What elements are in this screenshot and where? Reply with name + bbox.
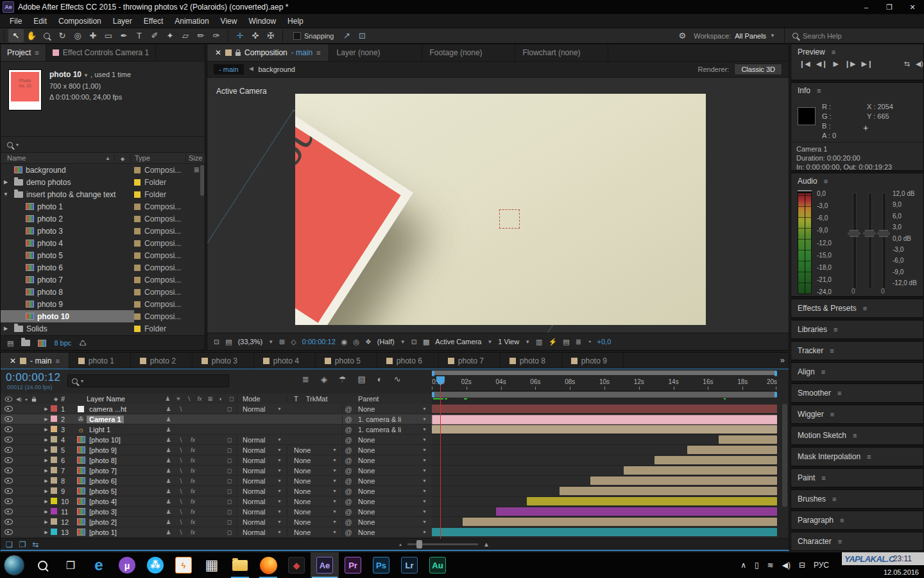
visibility-toggle[interactable]: [4, 457, 13, 463]
shy-toggle[interactable]: ♟: [162, 529, 175, 536]
layer-duration-bar[interactable]: [496, 507, 777, 516]
visibility-toggle[interactable]: [4, 437, 13, 442]
menu-animation[interactable]: Animation: [169, 17, 214, 26]
layer-bar-row-5[interactable]: [432, 445, 777, 455]
breadcrumb-parent[interactable]: background: [258, 66, 295, 73]
project-item-photo-10[interactable]: photo 10Composi...: [1, 310, 205, 322]
reset-exposure-icon[interactable]: ◔: [587, 338, 592, 346]
toggle-inout-pane-icon[interactable]: ⇆: [33, 540, 39, 549]
trkmat-dropdown[interactable]: None▼: [287, 508, 342, 516]
layer-bar-row-11[interactable]: [432, 507, 777, 517]
timeline-zoom-slider[interactable]: ▲ ▲: [398, 541, 490, 548]
parent-pickwhip-icon[interactable]: @: [342, 498, 354, 505]
parent-dropdown[interactable]: None▼: [354, 457, 432, 464]
trkmat-dropdown[interactable]: None▼: [287, 529, 342, 536]
visibility-toggle[interactable]: [4, 416, 13, 422]
panel-menu-icon[interactable]: ≡: [821, 368, 825, 376]
viewer-timecode[interactable]: 0:00:00:12: [302, 338, 336, 346]
visibility-toggle[interactable]: [4, 447, 13, 453]
layer-row-8[interactable]: ▶8[photo 6]♟∖fx◻Normal▼None▼@None▼: [1, 476, 432, 486]
notifications-icon[interactable]: ⊟: [799, 561, 805, 570]
fast-previews-icon[interactable]: ⚡: [549, 338, 558, 346]
fx-badge[interactable]: fx: [187, 509, 199, 515]
tab-effect-controls[interactable]: Effect Controls Camera 1: [46, 44, 157, 61]
visibility-toggle[interactable]: [4, 488, 13, 494]
quality-toggle[interactable]: ∖: [175, 457, 187, 464]
fx-badge[interactable]: fx: [187, 447, 199, 453]
mode-dropdown[interactable]: Normal▼: [237, 457, 287, 464]
project-item-demo-photos[interactable]: ▶demo photosFolder: [1, 176, 205, 188]
layer-row-1[interactable]: ▶1camera ...ht♟∖◻Normal▼@None▼: [1, 404, 432, 414]
panel-effects-presets[interactable]: Effects & Presets≡: [791, 299, 924, 318]
audition[interactable]: Au: [424, 552, 452, 578]
layer-bar-row-10[interactable]: [432, 496, 777, 507]
project-item-photo-2[interactable]: photo 2Composi...: [1, 213, 205, 225]
layer-duration-bar[interactable]: [560, 487, 777, 495]
panel-menu-icon[interactable]: ≡: [817, 87, 821, 94]
threed-toggle[interactable]: ◻: [223, 529, 235, 536]
mode-column[interactable]: Mode: [237, 395, 287, 403]
menu-view[interactable]: View: [215, 17, 243, 26]
mode-dropdown[interactable]: Normal▼: [237, 498, 287, 505]
expand-arrow-icon[interactable]: ▶: [42, 458, 51, 463]
shy-toggle[interactable]: ♟: [162, 478, 175, 484]
visibility-toggle[interactable]: [4, 426, 13, 432]
layer-label-swatch[interactable]: [51, 477, 61, 485]
menu-effect[interactable]: Effect: [138, 17, 169, 26]
parent-column[interactable]: Parent: [354, 395, 432, 403]
screen-mode-icon[interactable]: ▤: [225, 338, 232, 346]
zoom-tool-icon[interactable]: [39, 29, 55, 42]
layer-bar-row-2[interactable]: [432, 414, 777, 425]
layer-row-9[interactable]: ▶9[photo 5]♟∖fx◻Normal▼None▼@None▼: [1, 486, 432, 496]
clone-stamp-tool-icon[interactable]: ✦: [162, 29, 178, 42]
start-button[interactable]: [0, 552, 28, 578]
label-swatch[interactable]: [134, 191, 141, 198]
panel-menu-icon[interactable]: ≡: [830, 410, 834, 418]
layer-bar-row-7[interactable]: [432, 466, 777, 476]
project-bit-depth[interactable]: 8 bpc: [54, 339, 71, 347]
time-ruler[interactable]: 0:0002s04s06s08s10s12s14s16s18s20s: [432, 376, 777, 391]
toggle-switches-pane-icon[interactable]: ❐: [19, 540, 26, 549]
shy-toggle[interactable]: ♟: [162, 416, 175, 423]
calculator[interactable]: ▦: [198, 552, 226, 578]
label-swatch[interactable]: [134, 265, 141, 271]
timeline-tab-photo-4[interactable]: photo 4: [254, 353, 316, 369]
layer-name[interactable]: [photo 5]: [87, 487, 162, 495]
quality-toggle[interactable]: ∖: [175, 519, 187, 525]
audio-slider-knob[interactable]: [863, 230, 876, 237]
layer-row-10[interactable]: ▶10[photo 4]♟∖fx◻Normal▼None▼@None▼: [1, 496, 432, 507]
preview-quality-icon[interactable]: ⊡: [214, 338, 219, 346]
trkmat-dropdown[interactable]: None▼: [287, 457, 342, 464]
delete-icon[interactable]: ♺: [79, 338, 87, 348]
label-swatch[interactable]: [134, 216, 141, 222]
panel-paint[interactable]: Paint≡: [791, 468, 924, 487]
panel-menu-icon[interactable]: ≡: [824, 177, 828, 185]
mask-visibility-icon[interactable]: ◇: [291, 338, 296, 346]
panel-mask-interpolation[interactable]: Mask Interpolation≡: [791, 447, 924, 466]
timeline-tab-photo-2[interactable]: photo 2: [131, 353, 193, 369]
timeline-search[interactable]: ▾: [67, 374, 229, 387]
show-snapshot-icon[interactable]: ◎: [353, 338, 359, 346]
panel-menu-icon[interactable]: ≡: [867, 453, 871, 460]
panel-menu-icon[interactable]: ≡: [55, 357, 59, 365]
snapping-checkbox[interactable]: [293, 32, 301, 40]
project-item-photo-8[interactable]: photo 8Composi...: [1, 286, 205, 298]
expand-arrow-icon[interactable]: ▶: [42, 407, 51, 412]
file-explorer[interactable]: [226, 552, 254, 578]
layer-row-6[interactable]: ▶6[photo 8]♟∖fx◻Normal▼None▼@None▼: [1, 455, 432, 466]
tab-layer-none-[interactable]: Layer (none): [329, 44, 422, 61]
panel-menu-icon[interactable]: ≡: [838, 538, 842, 545]
layer-bar-row-3[interactable]: [432, 425, 777, 435]
hide-shy-layers-icon[interactable]: ☂: [339, 374, 346, 384]
menu-file[interactable]: File: [4, 17, 28, 26]
view-axis-mode-icon[interactable]: ✠: [263, 29, 278, 42]
panel-menu-icon[interactable]: ≡: [832, 495, 836, 503]
fx-badge[interactable]: fx: [187, 488, 199, 495]
parent-pickwhip-icon[interactable]: @: [342, 416, 354, 423]
visibility-toggle[interactable]: [4, 509, 13, 514]
layer-name-column[interactable]: Layer Name: [87, 395, 162, 403]
layer-duration-bar[interactable]: [654, 456, 777, 464]
panel-motion-sketch[interactable]: Motion Sketch≡: [791, 426, 924, 445]
trkmat-dropdown[interactable]: None▼: [287, 477, 342, 485]
view-layout-value[interactable]: 1 View: [498, 338, 519, 346]
